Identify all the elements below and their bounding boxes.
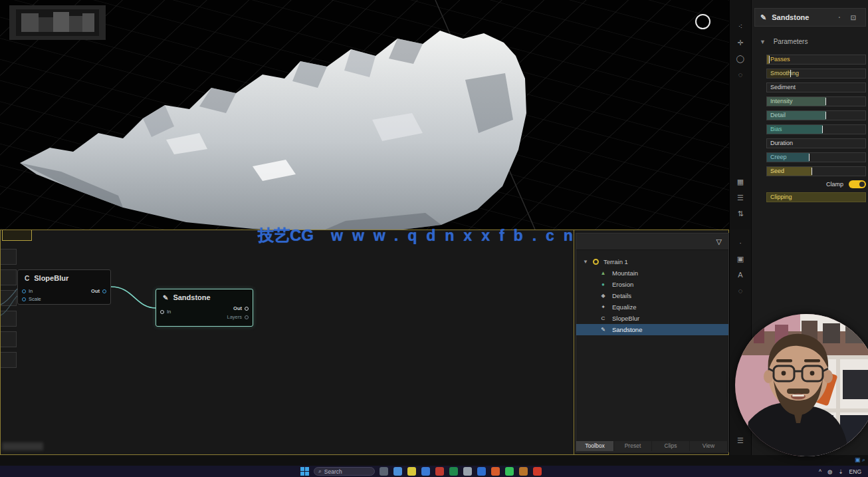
chat-app[interactable] bbox=[505, 467, 514, 476]
file-explorer-app[interactable] bbox=[393, 467, 402, 476]
orbit-camera-icon[interactable]: ◌ bbox=[730, 67, 751, 82]
annotate-icon[interactable]: A bbox=[730, 267, 751, 283]
snapshot-icon[interactable]: ▣ bbox=[730, 251, 751, 267]
tree-item-label: SlopeBlur bbox=[612, 315, 639, 322]
graph-tab-handle[interactable] bbox=[2, 230, 32, 241]
node-stub[interactable] bbox=[1, 311, 17, 327]
port-in[interactable]: In bbox=[160, 309, 171, 315]
tree-item-sandstone[interactable]: ✎Sandstone bbox=[576, 324, 728, 335]
slider-detail[interactable]: Detail bbox=[766, 110, 866, 120]
tree-root-label: Terrain 1 bbox=[603, 258, 628, 265]
port-layers[interactable]: Layers bbox=[227, 314, 249, 320]
slider-seed[interactable]: Seed bbox=[766, 166, 866, 176]
tree-item-label: Equalize bbox=[612, 303, 636, 311]
tab-preset[interactable]: Preset bbox=[614, 441, 651, 451]
port-out[interactable]: Out bbox=[233, 305, 249, 311]
menu-icon[interactable]: ☰ bbox=[730, 432, 751, 448]
grid-icon[interactable]: ▦ bbox=[730, 174, 751, 190]
media-app[interactable] bbox=[435, 467, 444, 476]
slider-caret bbox=[812, 168, 812, 175]
port-scale[interactable]: Scale bbox=[22, 296, 41, 302]
port-out[interactable]: Out bbox=[91, 288, 106, 294]
details-icon: ◆ bbox=[599, 293, 607, 299]
tree-item-mountain[interactable]: ▲Mountain bbox=[576, 267, 728, 279]
slider-duration[interactable]: Duration bbox=[766, 138, 866, 148]
task-view-app[interactable] bbox=[380, 467, 388, 476]
perspective-grid bbox=[0, 0, 729, 230]
port-dot bbox=[160, 310, 164, 314]
graph-scrollbar[interactable] bbox=[2, 442, 43, 450]
node-stub[interactable] bbox=[1, 290, 17, 306]
layers-icon[interactable]: ☰ bbox=[730, 190, 751, 206]
tree-item-equalize[interactable]: ✦Equalize bbox=[576, 301, 728, 313]
orange-app[interactable] bbox=[491, 467, 500, 476]
tree-item-label: Erosion bbox=[612, 281, 633, 288]
compass-ring-icon[interactable] bbox=[695, 14, 710, 29]
port-dot bbox=[245, 315, 249, 319]
port-dot bbox=[22, 297, 26, 301]
taskbar-search[interactable]: ⌕ Search bbox=[314, 467, 375, 476]
viewport-toolbar: ⁖✛◯◌ ▦☰⇅ bbox=[729, 0, 751, 230]
view-options-icon[interactable]: ⁖ bbox=[730, 19, 751, 35]
slider-bias[interactable]: Bias bbox=[766, 124, 866, 134]
notes-app[interactable] bbox=[407, 467, 416, 476]
slider-label: Creep bbox=[770, 153, 787, 162]
graph-sidebar-bottom: ☰ bbox=[730, 432, 751, 448]
sync-app[interactable] bbox=[477, 467, 486, 476]
clamp-label: Clamp bbox=[826, 181, 843, 188]
node-tree: ▼Terrain 1▲Mountain●Erosion◆Details✦Equa… bbox=[576, 256, 728, 335]
slider-creep[interactable]: Creep bbox=[766, 152, 866, 162]
node-stub[interactable] bbox=[1, 352, 17, 368]
tree-root-terrain[interactable]: ▼Terrain 1 bbox=[576, 256, 728, 267]
axis-gizmo-icon[interactable]: ✛ bbox=[730, 35, 751, 51]
recorder-app[interactable] bbox=[449, 467, 458, 476]
webcam-video bbox=[735, 314, 868, 456]
outliner-panel: ▽ ▼Terrain 1▲Mountain●Erosion◆Details✦Eq… bbox=[576, 233, 729, 452]
pin-icon[interactable]: · bbox=[730, 235, 751, 251]
alert-app[interactable] bbox=[533, 467, 542, 476]
sandstone-icon: ✎ bbox=[163, 294, 168, 301]
sun-light-icon[interactable]: ◯ bbox=[730, 51, 751, 67]
start-button[interactable] bbox=[300, 467, 309, 476]
tray-expand-icon[interactable]: ^ bbox=[819, 468, 821, 475]
node-stub[interactable] bbox=[1, 331, 17, 347]
network-icon[interactable]: ◍ bbox=[827, 468, 832, 475]
swap-view-icon[interactable]: ⇅ bbox=[730, 206, 751, 222]
utility-app[interactable] bbox=[463, 467, 472, 476]
slider-smoothing[interactable]: Smoothing bbox=[766, 69, 866, 79]
parameters-section-header[interactable]: ▼ Parameters bbox=[760, 38, 808, 45]
header-options-icons[interactable]: · ⊡ bbox=[839, 14, 861, 21]
tree-item-details[interactable]: ◆Details bbox=[576, 290, 728, 301]
3d-viewport[interactable] bbox=[0, 0, 729, 230]
record-icon[interactable]: ◌ bbox=[730, 283, 751, 299]
slider-sediment[interactable]: Sediment bbox=[766, 82, 866, 92]
node-sandstone[interactable]: ✎ Sandstone In Out Layers bbox=[156, 289, 253, 327]
tree-item-label: Details bbox=[612, 292, 631, 299]
terrain-group-icon bbox=[593, 259, 599, 265]
tree-item-erosion[interactable]: ●Erosion bbox=[576, 279, 728, 290]
tab-clips[interactable]: Clips bbox=[652, 441, 689, 451]
sandstone-icon: ✎ bbox=[599, 327, 607, 333]
language-indicator[interactable]: ENG bbox=[849, 468, 861, 475]
browser-app[interactable] bbox=[421, 467, 430, 476]
port-in[interactable]: In bbox=[22, 288, 33, 294]
slider-intensity[interactable]: Intensity bbox=[766, 96, 866, 106]
update-icon[interactable]: ⇣ bbox=[838, 468, 843, 475]
node-stub[interactable] bbox=[1, 269, 17, 285]
node-wires bbox=[1, 230, 574, 454]
clamp-toggle[interactable] bbox=[849, 180, 866, 188]
taskbar-apps bbox=[380, 467, 542, 476]
clipping-button[interactable]: Clipping bbox=[766, 192, 866, 202]
node-stub[interactable] bbox=[1, 249, 17, 265]
filter-icon[interactable]: ▽ bbox=[716, 238, 722, 246]
node-slopeblur[interactable]: C SlopeBlur In Scale Out bbox=[17, 269, 111, 305]
tree-item-slopeblur[interactable]: CSlopeBlur bbox=[576, 313, 728, 324]
system-tray: ^◍⇣ENG bbox=[819, 468, 861, 475]
app-window: ⁖✛◯◌ ▦☰⇅ ✎ Sandstone · ⊡ ▼ Parameters Pa… bbox=[0, 0, 868, 477]
port-dot bbox=[22, 289, 26, 293]
tab-toolbox[interactable]: Toolbox bbox=[576, 441, 613, 451]
brown-app[interactable] bbox=[519, 467, 528, 476]
tab-view[interactable]: View bbox=[690, 441, 727, 451]
properties-header[interactable]: ✎ Sandstone · ⊡ bbox=[754, 8, 866, 27]
slider-passes[interactable]: Passes bbox=[766, 55, 866, 65]
